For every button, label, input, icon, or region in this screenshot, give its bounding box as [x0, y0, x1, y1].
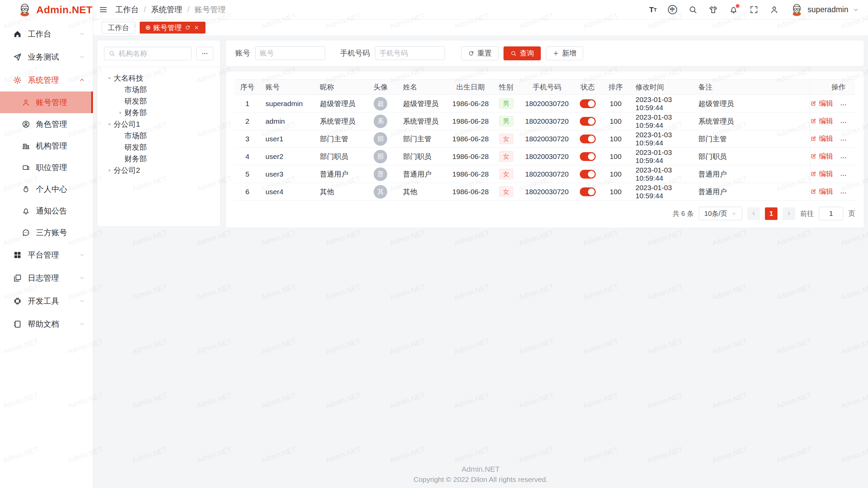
menu-collapse-icon[interactable] [99, 5, 108, 14]
edit-button[interactable]: 编辑 [810, 99, 833, 108]
column-header-name: 姓名 [398, 80, 449, 95]
sidebar-item-devtools[interactable]: 开发工具 [0, 289, 93, 312]
theme-icon[interactable] [709, 5, 718, 14]
status-toggle[interactable] [580, 99, 596, 108]
logo-text: Admin.NET [36, 4, 93, 16]
cell-modified: 2023-01-03 10:59:44 [630, 130, 693, 148]
tree-node[interactable]: 市场部 [101, 84, 217, 96]
table-row: 3user1部门主管部部门主管1986-06-28女18020030720100… [235, 130, 855, 148]
goto-page-input[interactable] [819, 207, 843, 220]
cell-name: 普通用户 [398, 165, 449, 183]
sidebar-item-logs[interactable]: 日志管理 [0, 266, 93, 289]
sidebar-item-org[interactable]: 机构管理 [0, 135, 93, 157]
current-page[interactable]: 1 [765, 207, 777, 220]
column-header-account: 账号 [260, 80, 314, 95]
caret-down-icon[interactable] [105, 76, 114, 81]
tree-node[interactable]: 分公司2 [101, 165, 217, 176]
close-icon[interactable] [194, 25, 199, 30]
phone-field [375, 46, 445, 60]
edit-button[interactable]: 编辑 [810, 151, 833, 161]
status-toggle[interactable] [580, 117, 596, 126]
tree-node[interactable]: 分公司1 [101, 119, 217, 130]
breadcrumb-item[interactable]: 工作台 [115, 4, 139, 15]
sidebar-item-account[interactable]: 账号管理 [0, 92, 93, 113]
more-actions-button[interactable] [840, 119, 847, 126]
language-icon[interactable]: 中 [668, 5, 677, 14]
cell-name: 系统管理员 [398, 113, 449, 130]
edit-button[interactable]: 编辑 [810, 134, 833, 143]
edit-button[interactable]: 编辑 [810, 187, 833, 196]
caret-right-icon[interactable] [116, 110, 124, 116]
sidebar-item-role[interactable]: 角色管理 [0, 113, 93, 135]
page-size-select[interactable]: 10条/页 [699, 207, 742, 220]
edit-button[interactable]: 编辑 [810, 169, 833, 179]
plus-icon [553, 50, 559, 57]
sidebar-item-workbench[interactable]: 工作台 [0, 22, 93, 45]
tab-account[interactable]: 账号管理 [140, 22, 205, 34]
cell-gender: 女 [493, 130, 520, 148]
add-button[interactable]: 新增 [546, 46, 583, 60]
cell-gender: 女 [493, 148, 520, 165]
notification-icon[interactable] [729, 5, 738, 14]
tree-node[interactable]: 研发部 [101, 142, 217, 153]
more-actions-button[interactable] [840, 189, 847, 197]
breadcrumb-item[interactable]: 系统管理 [151, 4, 182, 15]
fullscreen-icon[interactable] [749, 5, 758, 14]
chevron-left-icon [751, 210, 757, 217]
more-actions-button[interactable] [840, 101, 847, 108]
cell-gender: 男 [493, 95, 520, 113]
cell-seq: 5 [235, 165, 260, 183]
column-header-gender: 性别 [493, 80, 520, 95]
tree-node[interactable]: 财务部 [101, 153, 217, 165]
user-icon[interactable] [770, 5, 779, 14]
sidebar-item-thirdparty[interactable]: 三方账号 [0, 222, 93, 243]
user-menu[interactable]: superadmin [790, 3, 859, 17]
sidebar-item-position[interactable]: 职位管理 [0, 157, 93, 178]
sidebar-item-system[interactable]: 系统管理 [0, 68, 93, 92]
sidebar-item-notice[interactable]: 通知公告 [0, 200, 93, 222]
more-actions-button[interactable] [840, 154, 847, 161]
cell-phone: 18020030720 [520, 148, 574, 165]
reset-button[interactable]: 重置 [461, 46, 498, 60]
cell-account: superadmin [260, 95, 314, 113]
table-row: 4user2部门职员部部门职员1986-06-28女18020030720100… [235, 148, 855, 165]
caret-down-icon[interactable] [105, 122, 114, 127]
org-tree: 大名科技市场部研发部财务部分公司1市场部研发部财务部分公司2 [97, 67, 220, 182]
search-icon[interactable] [688, 5, 697, 14]
phone-input[interactable] [379, 49, 440, 57]
status-toggle[interactable] [580, 170, 596, 179]
status-toggle[interactable] [580, 135, 596, 143]
sidebar-item-help[interactable]: 帮助文档 [0, 312, 93, 336]
next-page-button[interactable] [783, 207, 795, 220]
tree-node[interactable]: 市场部 [101, 130, 217, 142]
column-header-status: 状态 [574, 80, 601, 95]
sidebar: Admin.NET 工作台业务测试系统管理账号管理角色管理机构管理职位管理个人中… [0, 0, 93, 488]
font-size-icon[interactable]: TT [649, 5, 657, 14]
sidebar-item-platform[interactable]: 平台管理 [0, 243, 93, 266]
role-icon [22, 120, 30, 128]
status-toggle[interactable] [580, 152, 596, 161]
tree-node[interactable]: 大名科技 [101, 73, 217, 84]
prev-page-button[interactable] [747, 207, 760, 220]
edit-button[interactable]: 编辑 [810, 116, 833, 126]
more-actions-button[interactable] [840, 137, 847, 144]
right-column: 账号 手机号码 重置 查询 [225, 40, 864, 488]
cell-nickname: 部门主管 [314, 130, 363, 148]
cell-remark: 部门主管 [693, 130, 810, 148]
tab-workbench[interactable]: 工作台 [102, 22, 135, 34]
status-toggle[interactable] [580, 187, 596, 196]
refresh-icon[interactable] [185, 25, 191, 30]
column-header-seq: 序号 [235, 80, 260, 95]
sidebar-item-profile[interactable]: 个人中心 [0, 178, 93, 200]
query-button[interactable]: 查询 [504, 46, 541, 60]
sidebar-item-biz-test[interactable]: 业务测试 [0, 45, 93, 68]
org-search-input[interactable] [119, 49, 187, 58]
account-input[interactable] [260, 49, 321, 57]
more-actions-button[interactable] [840, 172, 847, 179]
tree-node[interactable]: 财务部 [101, 107, 217, 119]
grid-icon [13, 250, 22, 260]
caret-right-icon[interactable] [105, 168, 114, 173]
tree-node[interactable]: 研发部 [101, 96, 217, 107]
org-more-button[interactable] [196, 47, 213, 60]
watch-icon [22, 185, 30, 194]
